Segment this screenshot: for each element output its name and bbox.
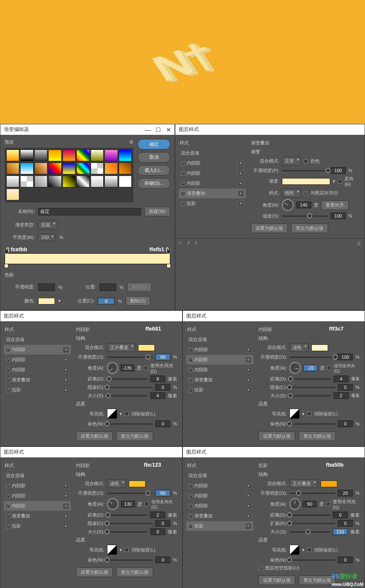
layer-style-inner-shadow-3: 图层样式 样式 混合选项 ✓内阴影+ ✓内阴影+ ✓内阴影+ ✓渐变叠加+ ✓投… — [0, 446, 182, 588]
type-label: 渐变类型: — [5, 222, 35, 228]
minimize-icon[interactable]: — — [145, 126, 151, 133]
gradient-editor-panel: 渐变编辑器 — ☐ ✕ 预设 ⚙ — [0, 124, 175, 310]
opacity-slider[interactable] — [282, 170, 328, 171]
hero-preview: N† — [0, 0, 365, 124]
fx-icon[interactable]: fx ⬆ ⬇ — [179, 240, 198, 246]
stop-right-hex: ffefb1 — [149, 246, 164, 252]
style-dropdown[interactable]: 线性 — [282, 189, 301, 197]
stop-opacity-input[interactable] — [38, 284, 55, 291]
scale-slider[interactable] — [282, 215, 328, 217]
stop-pos2-input[interactable] — [98, 298, 115, 304]
color-swatch[interactable] — [138, 344, 155, 351]
smooth-dropdown[interactable]: 100 — [38, 234, 56, 241]
name-input[interactable] — [38, 208, 141, 215]
watermark: PS爱好者 www.UiBQ.CoM — [332, 573, 363, 587]
layer-style-drop-shadow: 图层样式 样式 混合选项 ✓内阴影+ ✓内阴影+ ✓内阴影+ ✓渐变叠加+ ✓投… — [182, 446, 365, 588]
close-icon[interactable]: ✕ — [166, 126, 171, 133]
layer-style-inner-shadow-1: 图层样式 样式 混合选项 ✓内阴影+ ✓内阴影+ ✓内阴影+ ✓渐变叠加+ ✓投… — [0, 310, 182, 446]
ok-button[interactable]: 确定 — [138, 139, 170, 150]
trash-icon[interactable]: 🗑 — [357, 241, 361, 246]
stop-left-hex: fcefbb — [11, 246, 27, 252]
stop-pos-input[interactable] — [99, 284, 116, 291]
preset-label: 预设 — [5, 139, 14, 145]
gradient-editor-titlebar: 渐变编辑器 — ☐ ✕ — [0, 124, 175, 135]
blendmode-dropdown[interactable]: 正常 — [282, 157, 301, 165]
load-button[interactable]: 载入(L)... — [138, 165, 170, 176]
delete-opacity-stop[interactable]: 删除(D) — [127, 282, 152, 292]
maximize-icon[interactable]: ☐ — [156, 126, 161, 133]
reset-align-button[interactable]: 重置对齐 — [321, 200, 349, 210]
reset-default-button[interactable]: 复位为默认值 — [291, 223, 328, 233]
new-button[interactable]: 新建(W) — [144, 207, 170, 216]
add-icon[interactable]: + — [238, 160, 244, 166]
hero-3d-text: N† — [144, 35, 221, 89]
layer-style-gradient-overlay: 图层样式 样式 混合选项 ✓内阴影+ ✓内阴影+ ✓内阴影+ ✓渐变叠加+ ✓投… — [175, 124, 365, 310]
gear-icon[interactable]: ⚙ — [129, 139, 133, 145]
layer-style-inner-shadow-2: 图层样式 样式 混合选项 ✓内阴影+ ✓内阴影+ ✓内阴影+ ✓渐变叠加+ ✓投… — [182, 310, 365, 446]
contour-picker[interactable] — [107, 409, 117, 419]
gradient-bar[interactable] — [5, 253, 170, 264]
angle-dial[interactable] — [282, 199, 294, 211]
smooth-label: 平滑度(M): — [5, 234, 35, 241]
gradient-swatch[interactable] — [282, 178, 330, 185]
cancel-button[interactable]: 取消 — [138, 152, 170, 163]
ls-titlebar: 图层样式 — [175, 124, 365, 135]
delete-color-stop[interactable]: 删除(D) — [125, 296, 150, 306]
effects-list: 样式 混合选项 ✓内阴影+ ✓内阴影+ ✓内阴影+ ✓渐变叠加+ ✓投影+ — [179, 138, 246, 235]
save-button[interactable]: 存储(S)... — [138, 178, 170, 189]
stops-title: 色标 — [5, 272, 170, 278]
type-dropdown[interactable]: 实底 — [38, 220, 57, 229]
name-label: 名称(N): — [5, 208, 35, 215]
gradient-editor-title: 渐变编辑器 — [4, 126, 29, 133]
set-default-button[interactable]: 设置为默认值 — [251, 223, 288, 233]
stop-color-swatch[interactable] — [38, 298, 55, 304]
preset-grid[interactable] — [5, 148, 133, 202]
